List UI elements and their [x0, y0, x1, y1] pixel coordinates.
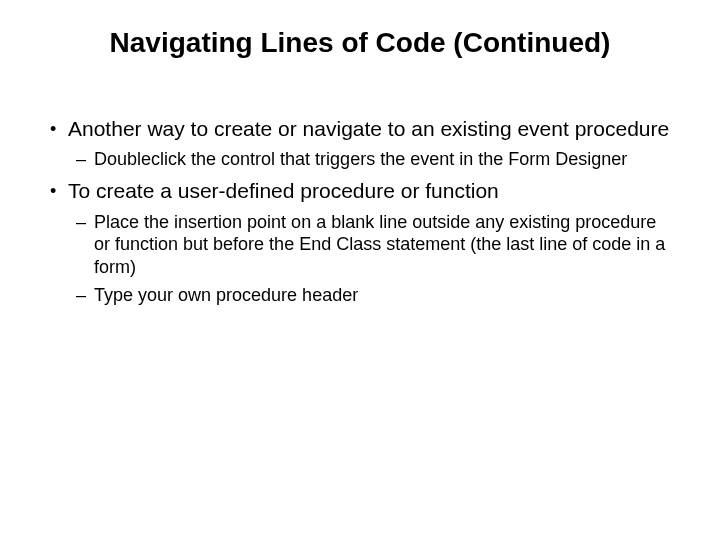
slide: Navigating Lines of Code (Continued) • A…	[0, 0, 720, 540]
dash-icon: –	[76, 284, 94, 307]
bullet-level1: • To create a user-defined procedure or …	[50, 178, 670, 204]
bullet-group-1: • Another way to create or navigate to a…	[50, 116, 670, 171]
bullet-subtext: Type your own procedure header	[94, 284, 670, 307]
bullet-dot-icon: •	[50, 116, 68, 142]
slide-title: Navigating Lines of Code (Continued)	[50, 26, 670, 60]
bullet-group-2: • To create a user-defined procedure or …	[50, 178, 670, 306]
bullet-level2: – Doubleclick the control that triggers …	[76, 148, 670, 171]
dash-icon: –	[76, 148, 94, 171]
dash-icon: –	[76, 211, 94, 234]
bullet-level2: – Type your own procedure header	[76, 284, 670, 307]
bullet-level2: – Place the insertion point on a blank l…	[76, 211, 670, 279]
bullet-subtext: Doubleclick the control that triggers th…	[94, 148, 670, 171]
bullet-level1: • Another way to create or navigate to a…	[50, 116, 670, 142]
bullet-dot-icon: •	[50, 178, 68, 204]
bullet-subtext: Place the insertion point on a blank lin…	[94, 211, 670, 279]
bullet-text: Another way to create or navigate to an …	[68, 116, 670, 142]
bullet-text: To create a user-defined procedure or fu…	[68, 178, 670, 204]
